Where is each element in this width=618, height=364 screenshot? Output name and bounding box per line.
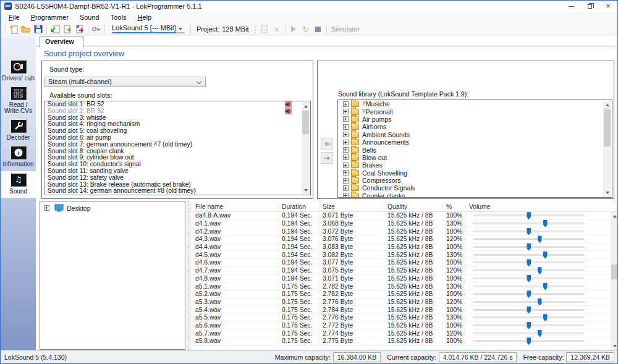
library-folder-item[interactable]: Brakes xyxy=(338,161,603,169)
speaker-icon[interactable] xyxy=(285,108,292,114)
scrollbar-slots[interactable] xyxy=(302,102,310,194)
restore-button[interactable] xyxy=(580,1,599,12)
library-folder-item[interactable]: Air pumps xyxy=(338,116,603,123)
move-left-button[interactable] xyxy=(321,138,333,150)
scroll-up-arrow[interactable] xyxy=(611,212,618,220)
volume-slider-thumb[interactable] xyxy=(527,322,531,329)
read-decoder-button[interactable] xyxy=(49,24,61,35)
device-selector[interactable]: LokSound 5 [--- MBit] xyxy=(109,24,186,34)
save-button[interactable] xyxy=(32,24,44,35)
volume-slider-thumb[interactable] xyxy=(527,243,531,250)
library-folder-item[interactable]: Coupler clanks xyxy=(338,192,603,198)
scroll-up-arrow[interactable] xyxy=(302,102,310,110)
tab-overview[interactable]: Overview xyxy=(40,36,83,47)
column-header-size[interactable]: Size xyxy=(320,201,384,211)
file-row[interactable]: d4.2.wav 0.194 Sec. 3.072 Byte 15.625 kH… xyxy=(192,227,618,235)
volume-slider-thumb[interactable] xyxy=(538,235,542,242)
write-decoder-button[interactable] xyxy=(61,24,74,35)
volume-slider[interactable] xyxy=(473,261,585,263)
expand-plus-icon[interactable] xyxy=(343,178,349,184)
volume-slider[interactable] xyxy=(473,340,585,342)
file-row[interactable]: a5.7.wav 0.175 Sec. 2.774 Byte 15.625 kH… xyxy=(192,329,618,337)
file-row[interactable]: d4.1.wav 0.194 Sec. 3.068 Byte 15.625 kH… xyxy=(192,220,618,228)
library-folder-item[interactable]: !!Musiche xyxy=(338,100,603,108)
volume-slider-thumb[interactable] xyxy=(543,314,548,321)
file-row[interactable]: a5.3.wav 0.175 Sec. 2.776 Byte 15.625 kH… xyxy=(192,298,618,307)
library-folder-item[interactable]: !!Personali xyxy=(338,108,603,115)
sidebar-item-decoder[interactable]: Decoder xyxy=(1,117,36,144)
volume-slider[interactable] xyxy=(473,269,585,271)
tree-item-desktop[interactable]: Desktop xyxy=(44,204,185,212)
menu-item[interactable]: Sound xyxy=(74,12,105,23)
volume-slider-thumb[interactable] xyxy=(543,220,548,227)
volume-slider-thumb[interactable] xyxy=(538,298,542,305)
menu-item[interactable]: Tools xyxy=(105,12,132,23)
sound-type-select[interactable]: Steam (multi-channel) xyxy=(44,77,206,87)
library-folder-item[interactable]: Bells xyxy=(338,146,603,153)
file-row[interactable]: a5.2.wav 0.175 Sec. 2.782 Byte 15.625 kH… xyxy=(192,290,618,298)
expand-plus-icon[interactable] xyxy=(343,147,349,153)
volume-slider[interactable] xyxy=(473,286,585,287)
document-disabled-button[interactable] xyxy=(258,24,271,35)
volume-slider-thumb[interactable] xyxy=(527,290,531,297)
volume-slider[interactable] xyxy=(473,277,585,279)
scroll-thumb[interactable] xyxy=(302,111,309,134)
file-row[interactable]: a5.8.wav 0.175 Sec. 2.775 Byte 15.625 kH… xyxy=(192,337,618,345)
simulator-button[interactable]: Simulator xyxy=(331,25,360,33)
file-row[interactable]: a5.5.wav 0.175 Sec. 2.776 Byte 15.625 kH… xyxy=(192,314,618,322)
sidebar-item-drivers-cab[interactable]: Drivers' cab xyxy=(1,58,36,85)
file-row[interactable]: d4.4.wav 0.194 Sec. 3.083 Byte 15.625 kH… xyxy=(192,243,618,252)
stop-button[interactable] xyxy=(312,24,324,35)
column-header-filename[interactable]: File name xyxy=(192,201,279,211)
volume-slider[interactable] xyxy=(473,231,585,232)
scroll-down-arrow[interactable] xyxy=(302,186,310,194)
volume-slider-thumb[interactable] xyxy=(527,228,531,235)
volume-slider[interactable] xyxy=(473,238,585,240)
file-row[interactable]: d4.8.wav 0.194 Sec. 3.071 Byte 15.625 kH… xyxy=(192,275,618,283)
library-folder-item[interactable]: Compressors xyxy=(338,177,603,184)
scroll-thumb[interactable] xyxy=(611,265,618,279)
volume-slider[interactable] xyxy=(473,246,585,248)
volume-slider[interactable] xyxy=(473,293,585,295)
volume-slider-thumb[interactable] xyxy=(527,212,531,219)
scrollbar-files[interactable] xyxy=(611,212,618,350)
play-button[interactable] xyxy=(287,24,300,35)
file-row[interactable]: d4.5.wav 0.194 Sec. 3.082 Byte 15.625 kH… xyxy=(192,251,618,259)
file-row[interactable]: d4.3.wav 0.194 Sec. 3.076 Byte 15.625 kH… xyxy=(192,235,618,243)
expand-plus-icon[interactable] xyxy=(343,154,349,160)
volume-slider[interactable] xyxy=(473,254,585,256)
close-button[interactable]: × xyxy=(599,1,617,12)
menu-item[interactable]: File xyxy=(3,12,25,23)
volume-slider-thumb[interactable] xyxy=(527,259,531,266)
expand-plus-icon[interactable] xyxy=(343,140,349,145)
scroll-thumb[interactable] xyxy=(604,109,611,146)
cancel-button[interactable]: × xyxy=(271,24,283,35)
sidebar-item-sound[interactable]: ♫ Sound xyxy=(1,171,36,198)
expand-plus-icon[interactable] xyxy=(343,193,349,198)
open-project-button[interactable] xyxy=(20,24,32,35)
scroll-up-arrow[interactable] xyxy=(603,101,611,109)
column-header-quality[interactable]: Quality xyxy=(384,201,443,211)
expand-plus-icon[interactable] xyxy=(343,163,349,168)
volume-slider-thumb[interactable] xyxy=(527,307,531,313)
sidebar-item-read-write-cvs[interactable]: 101100101110110 Read / Write CVs xyxy=(1,85,36,117)
transfer-button[interactable] xyxy=(74,24,86,35)
file-row[interactable]: da4.8-A.wav 0.194 Sec. 3.071 Byte 15.625… xyxy=(192,212,618,220)
sound-slot-item[interactable]: Sound slot 14: german announcement #8 (o… xyxy=(45,188,302,195)
volume-slider-thumb[interactable] xyxy=(543,252,548,258)
key-button[interactable] xyxy=(90,24,103,35)
expand-plus-icon[interactable] xyxy=(343,116,349,122)
menu-item[interactable]: Programmer xyxy=(25,12,74,23)
vertical-splitter[interactable] xyxy=(186,201,192,350)
volume-slider[interactable] xyxy=(473,324,585,326)
volume-slider-thumb[interactable] xyxy=(538,330,542,337)
file-row[interactable]: a5.4.wav 0.175 Sec. 2.784 Byte 15.625 kH… xyxy=(192,306,618,314)
library-folder-item[interactable]: Conductor Signals xyxy=(338,184,603,192)
expand-plus-icon[interactable] xyxy=(343,132,349,137)
volume-slider[interactable] xyxy=(473,222,585,224)
speaker-icon[interactable] xyxy=(285,101,292,108)
expand-plus-icon[interactable] xyxy=(44,205,49,211)
move-right-button[interactable] xyxy=(321,152,333,164)
expand-plus-icon[interactable] xyxy=(343,185,349,191)
refresh-button[interactable]: ↻ xyxy=(300,24,312,35)
